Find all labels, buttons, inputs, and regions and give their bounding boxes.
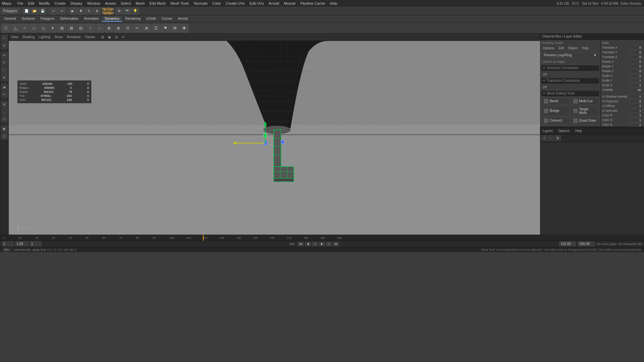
show-menu[interactable]: Show — [53, 35, 64, 39]
renderer-menu[interactable]: Renderer — [66, 35, 82, 39]
shelf-icon-8[interactable]: ⊠ — [67, 24, 76, 33]
end-frame-input[interactable] — [578, 241, 595, 246]
options-tab[interactable]: Options — [557, 128, 571, 133]
camera-view-btn[interactable]: ▣ — [1, 125, 8, 132]
end-frame-start-input[interactable] — [559, 241, 576, 246]
rotate-tool-btn[interactable]: ↻ — [1, 59, 8, 66]
help-tab[interactable]: Help — [574, 128, 583, 133]
menu-select[interactable]: Select — [121, 1, 131, 5]
undo-btn[interactable]: ↩ — [50, 8, 57, 14]
go-to-start-btn[interactable]: ⏮ — [298, 242, 304, 246]
shelf-icon-12[interactable]: ⊕ — [105, 24, 113, 33]
shelf-icon-19[interactable]: ⚒ — [170, 24, 179, 33]
light-btn[interactable]: 💡 — [131, 8, 139, 14]
shelf-tab-polygons[interactable]: Polygons — [38, 16, 57, 22]
menu-color[interactable]: Color — [212, 1, 221, 5]
shelf-icon-16[interactable]: ⊕ — [142, 24, 151, 33]
camera-btn[interactable]: 📷 — [123, 8, 131, 14]
menu-window[interactable]: Window — [87, 1, 100, 5]
shelf-tab-animation[interactable]: Animation — [82, 16, 102, 22]
connect-btn[interactable]: Connect — [541, 117, 570, 124]
no-live-surface-btn[interactable]: No Live Surface — [104, 8, 112, 14]
shelf-tab-curves[interactable]: Curves — [159, 16, 175, 22]
lasso-tool-btn[interactable]: ⊡ — [1, 42, 8, 49]
shelf-tab-dynamics[interactable]: Dynamics — [102, 16, 122, 22]
menu-help[interactable]: Help — [330, 1, 337, 5]
menu-file[interactable]: File — [17, 1, 23, 5]
mel-mode-indicator[interactable]: MEL — [2, 248, 12, 252]
mt-tab-options[interactable]: Options — [541, 46, 555, 50]
lighting-menu[interactable]: Lighting — [38, 35, 51, 39]
shelf-icon-1[interactable]: ⬡ — [1, 24, 10, 33]
shelf-icon-10[interactable]: ↕ — [86, 24, 95, 33]
open-file-btn[interactable]: 📂 — [31, 8, 38, 14]
shelf-icon-6[interactable]: ✦ — [48, 24, 57, 33]
shelf-icon-13[interactable]: ⊗ — [114, 24, 123, 33]
snap-curve-btn[interactable]: ◞ — [1, 108, 8, 115]
menu-modify[interactable]: Modify — [39, 1, 50, 5]
menu-mesh[interactable]: Mesh — [136, 1, 145, 5]
shelf-tab-arnold[interactable]: Arnold — [175, 16, 191, 22]
menu-assets[interactable]: Assets — [105, 1, 116, 5]
manip-tool-btn[interactable]: ⊕ — [1, 74, 8, 81]
play-forward-btn[interactable]: ▶ — [319, 242, 325, 246]
menu-edit[interactable]: Edit — [28, 1, 34, 5]
shelf-icon-18[interactable]: ⚑ — [161, 24, 170, 33]
wireframe-btn[interactable]: ⊞ — [100, 35, 105, 39]
shelf-icon-20[interactable]: ✚ — [180, 24, 189, 33]
layer-options-btn[interactable]: ⚙ — [555, 135, 561, 141]
mt-tab-object[interactable]: Object — [567, 46, 579, 50]
shelf-icon-11[interactable]: ↔ — [95, 24, 104, 33]
shelf-icon-17[interactable]: ☰ — [152, 24, 160, 33]
mode-selector[interactable]: Polygons — [1, 8, 19, 14]
light-vp-btn[interactable]: ☀ — [121, 35, 126, 39]
menu-muscle[interactable]: Muscle — [284, 1, 296, 5]
new-file-btn[interactable]: 📄 — [23, 8, 30, 14]
viewport-3d[interactable]: Verts: 430246 100 0 Edges: 836905 0 0 Fa… — [9, 34, 540, 235]
menu-create[interactable]: Create — [55, 1, 66, 5]
menu-create-uvs[interactable]: Create UVs — [226, 1, 245, 5]
shelf-tab-general[interactable]: General — [1, 16, 19, 22]
scale-btn[interactable]: ⊕ — [93, 8, 101, 14]
mt-tab-help[interactable]: Help — [581, 46, 590, 50]
mt-tab-edit[interactable]: Edit — [557, 46, 565, 50]
selection-constraints-header[interactable]: Selection Constraints — [541, 65, 599, 71]
snap-point-btn[interactable]: ⊙ — [1, 116, 8, 122]
shelf-icon-14[interactable]: ⊙ — [123, 24, 132, 33]
rotate-btn[interactable]: ↻ — [85, 8, 93, 14]
redo-btn[interactable]: ↪ — [58, 8, 65, 14]
start-frame-input[interactable] — [2, 241, 14, 246]
smooth-btn[interactable]: ◉ — [107, 35, 112, 39]
move-btn[interactable]: ✚ — [77, 8, 85, 14]
bridge-btn[interactable]: Bridge — [541, 106, 570, 116]
view-menu[interactable]: View — [10, 35, 19, 39]
isolate-btn[interactable]: ◫ — [1, 133, 8, 139]
new-layer-btn[interactable]: + — [541, 135, 547, 141]
snap-grid-btn[interactable]: ⊞ — [1, 101, 8, 108]
texture-btn[interactable]: ⊟ — [114, 35, 119, 39]
next-frame-btn[interactable]: ▷ — [326, 242, 332, 246]
prev-frame-btn[interactable]: ◀ — [305, 242, 311, 246]
frame-input[interactable] — [30, 241, 42, 246]
move-tool-btn[interactable]: ✛ — [1, 52, 8, 59]
play-back-btn[interactable]: ◁ — [312, 242, 318, 246]
shelf-icon-7[interactable]: ⊞ — [58, 24, 66, 33]
delete-layer-btn[interactable]: - — [548, 135, 554, 141]
shelf-tab-rendering[interactable]: Rendering — [122, 16, 143, 22]
shading-menu[interactable]: Shading — [21, 35, 36, 39]
select-mode-btn[interactable]: ▶ — [69, 8, 76, 14]
shelf-tab-ncloth[interactable]: nCloth — [144, 16, 159, 22]
shelf-icon-15[interactable]: ✂ — [133, 24, 142, 33]
soft-select-btn[interactable]: ◉ — [1, 84, 8, 90]
shelf-icon-2[interactable]: △ — [11, 24, 19, 33]
go-to-end-btn[interactable]: ⏭ — [333, 242, 339, 246]
extrude-btn[interactable]: Extrude — [541, 125, 570, 127]
menu-normals[interactable]: Normals — [194, 1, 208, 5]
menu-edit-mesh[interactable]: Edit Mesh — [149, 1, 166, 5]
transform-constraints-header[interactable]: Transform Constraints — [541, 78, 599, 83]
save-file-btn[interactable]: 💾 — [39, 8, 46, 14]
target-weld-btn[interactable]: Target Weld — [571, 106, 599, 116]
shelf-tab-surfaces[interactable]: Surfaces — [19, 16, 38, 22]
shelf-tab-deformation[interactable]: Deformation — [57, 16, 81, 22]
shelf-icon-9[interactable]: ⊟ — [76, 24, 85, 33]
